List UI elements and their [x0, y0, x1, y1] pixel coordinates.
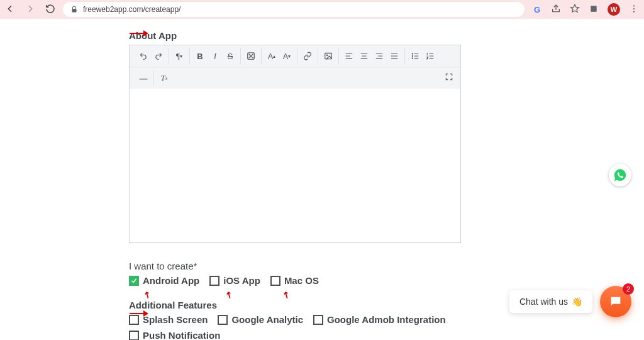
checkbox-label: Splash Screen — [143, 314, 208, 325]
undo-button[interactable] — [136, 49, 151, 63]
forward-icon[interactable] — [25, 4, 35, 16]
annotation-arrow-small: ↗ — [141, 289, 153, 300]
annotation-arrow-small: ↗ — [223, 289, 235, 300]
chat-widget: Chat with us 👋 2 — [509, 286, 631, 317]
url-text: freeweb2app.com/createapp/ — [83, 5, 180, 14]
fullscreen-button[interactable] — [441, 70, 457, 84]
menu-icon[interactable] — [629, 4, 639, 16]
align-right-button[interactable] — [372, 49, 387, 63]
checkbox-label: Mac OS — [284, 275, 319, 286]
svg-point-1 — [633, 5, 635, 6]
lock-icon — [70, 6, 78, 13]
svg-rect-5 — [325, 53, 332, 59]
strike-button[interactable]: S — [223, 49, 238, 63]
wave-icon: 👋 — [572, 297, 582, 307]
browser-chrome: freeweb2app.com/createapp/ G W — [0, 0, 644, 19]
checkbox-ios[interactable]: iOS App — [209, 275, 260, 286]
svg-point-3 — [633, 11, 635, 12]
align-left-button[interactable] — [341, 49, 357, 63]
chat-text: Chat with us — [519, 297, 568, 307]
checkbox-push[interactable]: Push Notification — [129, 330, 220, 340]
svg-rect-0 — [591, 6, 596, 11]
list-ol-button[interactable] — [423, 49, 438, 63]
google-icon[interactable]: G — [532, 4, 542, 14]
chat-fab[interactable]: 2 — [600, 286, 631, 317]
list-ul-button[interactable] — [408, 49, 423, 63]
checkbox-admob[interactable]: Google Admob Integration — [313, 314, 446, 325]
image-button[interactable] — [321, 49, 336, 63]
rich-text-editor: ¶▾ B I S A▴ A▾ — [129, 45, 461, 243]
svg-point-2 — [633, 8, 635, 9]
svg-point-6 — [326, 55, 328, 56]
paragraph-button[interactable]: ¶▾ — [172, 49, 187, 63]
redo-button[interactable] — [151, 49, 166, 63]
features-row-2: Push Notification — [129, 330, 613, 340]
font-dec-button[interactable]: A▾ — [279, 49, 294, 63]
hr-button[interactable]: — — [136, 71, 151, 85]
bold-button[interactable]: B — [192, 49, 208, 63]
annotation-arrow — [130, 310, 148, 317]
editor-content[interactable] — [130, 89, 460, 242]
checkbox-analytics[interactable]: Google Analytic — [218, 314, 303, 325]
chat-badge: 2 — [623, 283, 634, 295]
svg-point-9 — [412, 58, 413, 59]
share-icon[interactable] — [551, 4, 561, 16]
svg-point-7 — [412, 54, 413, 54]
platform-row: Android App iOS App Mac OS — [129, 275, 613, 286]
font-inc-button[interactable]: A▴ — [264, 49, 279, 63]
back-icon[interactable] — [5, 4, 15, 16]
checkbox-macos[interactable]: Mac OS — [270, 275, 319, 286]
about-app-label: About App — [129, 30, 613, 41]
clear-text-button[interactable]: Tx — [157, 71, 172, 85]
whatsapp-button[interactable] — [609, 164, 631, 186]
editor-toolbar: ¶▾ B I S A▴ A▾ — [130, 45, 460, 67]
checkbox-label: Push Notification — [143, 330, 220, 340]
create-label: I want to create* — [129, 261, 613, 271]
clear-format-button[interactable] — [243, 49, 258, 63]
svg-point-8 — [412, 55, 413, 56]
profile-avatar[interactable]: W — [608, 3, 620, 16]
extensions-icon[interactable] — [589, 4, 599, 16]
checkbox-label: Android App — [143, 275, 199, 286]
checkbox-label: Google Admob Integration — [327, 314, 446, 325]
star-icon[interactable] — [570, 4, 580, 16]
align-justify-button[interactable] — [387, 49, 402, 63]
checkbox-label: iOS App — [223, 275, 260, 286]
link-button[interactable] — [300, 49, 315, 63]
address-bar[interactable]: freeweb2app.com/createapp/ — [63, 2, 525, 17]
italic-button[interactable]: I — [208, 49, 223, 63]
reload-icon[interactable] — [45, 4, 55, 16]
annotation-arrow-small: ↗ — [280, 289, 292, 300]
chat-pill[interactable]: Chat with us 👋 — [509, 290, 592, 313]
checkbox-android[interactable]: Android App — [129, 275, 199, 286]
annotation-arrow — [130, 30, 148, 37]
align-center-button[interactable] — [357, 49, 372, 63]
checkbox-label: Google Analytic — [231, 314, 303, 325]
